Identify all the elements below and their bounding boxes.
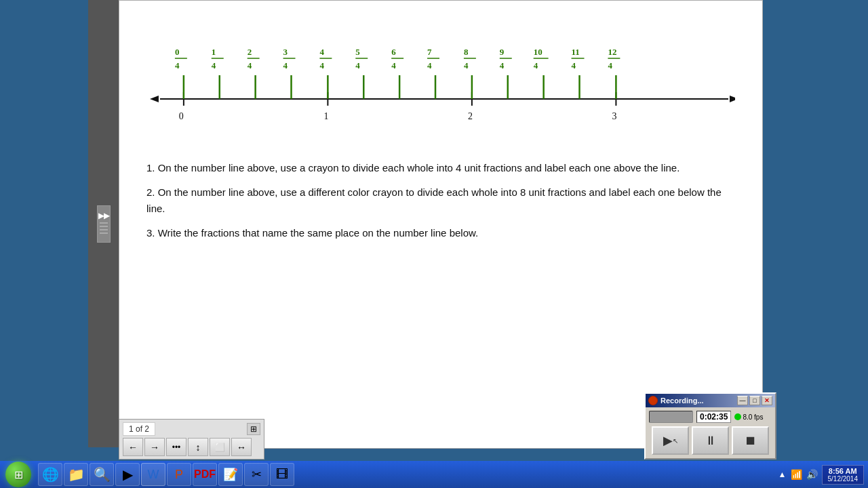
- recording-window-controls: — □ ✕: [737, 396, 772, 405]
- next-button[interactable]: →: [144, 438, 165, 456]
- svg-text:4: 4: [283, 60, 288, 70]
- taskbar-pdf-icon[interactable]: PDF: [193, 463, 217, 486]
- instruction-3-text: 3. Write the fractions that name the sam…: [146, 227, 478, 239]
- instructions-container: 1. On the number line above, use a crayo…: [146, 160, 735, 241]
- time-display: 0:02:35: [696, 411, 731, 423]
- page-indicator-row: 1 of 2 ⊞: [123, 422, 260, 436]
- app-window: 0 1 2 3 0 4 1 4: [119, 0, 763, 449]
- svg-text:12: 12: [608, 47, 616, 57]
- explorer-symbol: 📁: [68, 466, 85, 483]
- svg-text:0: 0: [175, 47, 179, 57]
- nav-bar: 1 of 2 ⊞ ← → ••• ↕ ⬜ ↔: [119, 419, 264, 460]
- recording-title-left: Recording...: [648, 396, 704, 405]
- svg-text:1: 1: [212, 47, 216, 57]
- ie-symbol: 🌐: [42, 466, 59, 483]
- recording-info-row: 0:02:35 8.0 fps: [649, 411, 772, 423]
- page-label: 1 of 2: [123, 422, 155, 436]
- clock-time: 8:56 AM: [828, 467, 859, 475]
- tray-network[interactable]: 📶: [791, 469, 802, 480]
- taskbar-word-icon[interactable]: W: [141, 463, 165, 486]
- number-line-svg: 0 1 2 3 0 4 1 4: [146, 21, 735, 140]
- play-icon: ▶: [663, 433, 673, 448]
- svg-text:7: 7: [427, 47, 432, 57]
- monitor-button[interactable]: ⬜: [210, 438, 230, 456]
- notepad-symbol: 📝: [223, 467, 238, 482]
- taskbar-explorer-icon[interactable]: 📁: [64, 463, 88, 486]
- svg-text:4: 4: [248, 60, 252, 70]
- svg-text:4: 4: [500, 60, 505, 70]
- svg-text:4: 4: [212, 60, 216, 70]
- svg-text:4: 4: [355, 60, 360, 70]
- svg-text:11: 11: [572, 47, 580, 57]
- play-button[interactable]: ▶ ↖: [652, 426, 689, 455]
- sidebar-toggle[interactable]: ▶▶: [97, 205, 111, 243]
- taskbar-ppt-icon[interactable]: P: [167, 463, 191, 486]
- taskbar-ie-icon[interactable]: 🌐: [38, 463, 62, 486]
- pause-button[interactable]: ⏸: [692, 426, 729, 455]
- svg-text:4: 4: [427, 60, 432, 70]
- svg-text:4: 4: [175, 60, 180, 70]
- svg-text:3: 3: [612, 111, 616, 121]
- tray-expand[interactable]: ▲: [778, 470, 787, 479]
- start-orb: ⊞: [5, 462, 31, 487]
- sidebar-arrow: ▶▶: [98, 211, 109, 220]
- taskbar-notepad-icon[interactable]: 📝: [218, 463, 243, 486]
- taskbar-chrome-icon[interactable]: 🔍: [90, 463, 114, 486]
- media-symbol: ▶: [123, 466, 133, 483]
- svg-text:10: 10: [534, 47, 542, 57]
- stop-button[interactable]: ⏹: [732, 426, 769, 455]
- instruction-3: 3. Write the fractions that name the sam…: [146, 225, 735, 241]
- instruction-1-text: 1. On the number line above, use a crayo…: [146, 162, 679, 174]
- ppt-symbol: P: [175, 468, 183, 482]
- fps-dot: [734, 413, 741, 420]
- app2-symbol: ✂: [252, 467, 262, 482]
- recording-widget: Recording... — □ ✕ 0:02:35 8.0 fps ▶ ↖ ⏸: [644, 392, 776, 460]
- svg-marker-2: [730, 96, 735, 102]
- instruction-2-text: 2. On the number line above, use a diffe…: [146, 186, 722, 214]
- svg-text:4: 4: [319, 60, 324, 70]
- svg-text:4: 4: [608, 60, 612, 70]
- maximize-button[interactable]: □: [749, 396, 760, 405]
- app3-symbol: 🎞: [276, 468, 288, 482]
- svg-text:2: 2: [248, 47, 252, 57]
- svg-text:9: 9: [500, 47, 505, 57]
- recording-content: 0:02:35 8.0 fps ▶ ↖ ⏸ ⏹: [646, 407, 775, 458]
- svg-text:8: 8: [464, 47, 469, 57]
- clock-date: 5/12/2014: [828, 475, 859, 483]
- svg-marker-1: [150, 96, 159, 102]
- taskbar-media-icon[interactable]: ▶: [115, 463, 140, 486]
- move-button[interactable]: ↔: [231, 438, 252, 456]
- system-tray: ▲ 📶 🔊 8:56 AM 5/12/2014: [778, 465, 868, 485]
- pause-icon: ⏸: [705, 434, 717, 448]
- minimize-button[interactable]: —: [737, 396, 748, 405]
- stop-icon: ⏹: [745, 434, 757, 448]
- expand-vert-button[interactable]: ↕: [188, 438, 208, 456]
- taskbar-app3-icon[interactable]: 🎞: [270, 463, 294, 486]
- more-button[interactable]: •••: [166, 438, 186, 456]
- close-button[interactable]: ✕: [762, 396, 772, 405]
- svg-text:6: 6: [391, 47, 396, 57]
- svg-text:2: 2: [468, 111, 473, 121]
- content-area: 0 1 2 3 0 4 1 4: [119, 1, 762, 448]
- recording-title: Recording...: [660, 396, 704, 405]
- nav-controls: ← → ••• ↕ ⬜ ↔: [123, 438, 260, 456]
- number-line-container: 0 1 2 3 0 4 1 4: [146, 21, 735, 140]
- chrome-symbol: 🔍: [94, 466, 111, 483]
- clock-display[interactable]: 8:56 AM 5/12/2014: [822, 465, 865, 485]
- start-button[interactable]: ⊞: [1, 462, 35, 487]
- svg-text:3: 3: [283, 47, 288, 57]
- tray-volume[interactable]: 🔊: [806, 469, 818, 480]
- cursor-icon: ↖: [673, 437, 678, 445]
- taskbar: ⊞ 🌐 📁 🔍 ▶ W P PDF �: [0, 461, 868, 488]
- svg-text:5: 5: [355, 47, 360, 57]
- expand-button[interactable]: ⊞: [247, 423, 260, 435]
- recording-titlebar: Recording... — □ ✕: [646, 394, 775, 407]
- left-sidebar: ▶▶: [88, 0, 119, 447]
- fps-display: 8.0 fps: [734, 413, 763, 421]
- svg-text:4: 4: [572, 60, 576, 70]
- taskbar-app2-icon[interactable]: ✂: [244, 463, 269, 486]
- svg-text:0: 0: [179, 111, 184, 121]
- taskbar-programs: 🌐 📁 🔍 ▶ W P PDF 📝 ✂: [38, 463, 778, 486]
- svg-text:4: 4: [391, 60, 396, 70]
- prev-button[interactable]: ←: [123, 438, 143, 456]
